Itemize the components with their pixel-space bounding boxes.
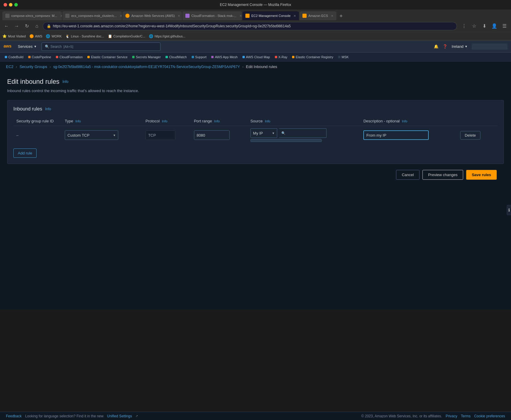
col-header-port: Port range Info — [191, 116, 247, 126]
port-info-link[interactable]: Info — [214, 119, 220, 123]
nav-bar: ← → ↻ ⌂ 🔒 https://eu-west-1.console.aws.… — [0, 20, 511, 32]
privacy-link[interactable]: Privacy — [446, 414, 457, 418]
bookmark-gist[interactable]: 🌐 https://gist.githubus... — [149, 34, 185, 38]
bookmark-compilation[interactable]: 📋 CompilationGuide/C... — [108, 34, 146, 38]
rule-port-cell — [191, 126, 247, 145]
shortcut-codebuild[interactable]: CodeBuild — [3, 55, 25, 59]
breadcrumb-sep-1: › — [16, 64, 17, 69]
codebuild-icon — [5, 56, 7, 58]
bookmark-most-visited[interactable]: ⭐ Most Visited — [2, 34, 26, 38]
bookmark-linux[interactable]: 🐧 Linux - Sunshine doc... — [65, 34, 104, 38]
breadcrumb-security-groups[interactable]: Security Groups — [20, 64, 47, 69]
page-info-link[interactable]: Info — [62, 80, 68, 84]
xray-icon — [275, 56, 277, 58]
minimize-window-button[interactable] — [9, 3, 12, 7]
bookmarks-button[interactable]: ☆ — [470, 22, 478, 30]
tab-ec2[interactable]: EC2 Management Console ✕ — [242, 11, 299, 20]
port-range-input[interactable] — [194, 130, 230, 140]
bookmark-label-3: WORK — [51, 34, 61, 38]
url-bar[interactable]: 🔒 https://eu-west-1.console.aws.amazon.c… — [43, 22, 457, 30]
reload-button[interactable]: ↻ — [23, 22, 31, 30]
close-window-button[interactable] — [4, 3, 7, 7]
tab-close-6[interactable]: ✕ — [331, 14, 333, 18]
cookie-preferences-link[interactable]: Cookie preferences — [474, 414, 505, 418]
col-header-source: Source Info — [247, 116, 360, 126]
tab-favicon-1 — [5, 14, 10, 18]
bookmark-work[interactable]: 🌐 WORK — [46, 34, 61, 38]
bookmark-icon-1: ⭐ — [2, 34, 7, 38]
bookmark-aws[interactable]: 🟠 AWS — [29, 34, 42, 38]
footer-actions: Cancel Preview changes Save rules — [7, 164, 504, 186]
shortcut-cloudformation[interactable]: CloudFormation — [54, 55, 84, 59]
shortcut-ecr[interactable]: Elastic Container Registry — [290, 55, 335, 59]
cloudformation-icon — [56, 56, 58, 58]
extensions-button[interactable]: ⋮ — [460, 22, 468, 30]
feedback-link[interactable]: Feedback — [6, 414, 22, 418]
external-link-icon: ↗ — [135, 414, 138, 418]
shortcut-appmesh[interactable]: AWS App Mesh — [209, 55, 239, 59]
home-button[interactable]: ⌂ — [33, 22, 41, 30]
shortcut-xray[interactable]: X-Ray — [273, 55, 289, 59]
new-tab-button[interactable]: + — [337, 12, 345, 20]
cancel-button[interactable]: Cancel — [396, 170, 419, 180]
rules-table: Security group rule ID Type Info Protoco… — [13, 116, 498, 144]
source-select[interactable]: My IP — [250, 128, 277, 138]
unified-settings-link[interactable]: Unified Settings — [107, 414, 132, 418]
tab-msk[interactable]: ecs_composex-msk_cluster/c... ✕ — [62, 11, 122, 20]
tab-close-1[interactable]: ✕ — [60, 14, 62, 18]
type-info-link[interactable]: Info — [75, 119, 81, 123]
shortcut-codepipeline[interactable]: CodePipeline — [26, 55, 53, 59]
lock-icon: 🔒 — [47, 24, 51, 28]
shortcut-label-xray: X-Ray — [278, 55, 288, 59]
tab-close-2[interactable]: ✕ — [120, 14, 122, 18]
shortcut-cloudmap[interactable]: AWS Cloud Map — [241, 55, 272, 59]
type-select[interactable]: Custom TCP — [65, 130, 118, 140]
profile-button[interactable]: 👤 — [490, 22, 499, 30]
preview-changes-button[interactable]: Preview changes — [422, 170, 463, 180]
account-indicator[interactable] — [472, 44, 507, 50]
forward-button[interactable]: → — [12, 22, 21, 30]
msk-icon — [338, 56, 340, 58]
shortcut-support[interactable]: Support — [190, 55, 209, 59]
window-controls[interactable] — [4, 3, 18, 7]
shortcut-ecs[interactable]: Elastic Container Service — [86, 55, 129, 59]
tab-close-3[interactable]: ✕ — [178, 14, 180, 18]
type-select-wrapper: Custom TCP ▼ — [65, 130, 118, 140]
services-menu-button[interactable]: Services ▼ — [18, 44, 37, 49]
delete-rule-button[interactable]: Delete — [460, 131, 480, 140]
tab-favicon-6 — [302, 14, 307, 18]
protocol-info-link[interactable]: Info — [162, 119, 167, 123]
downloads-button[interactable]: ⬇ — [480, 22, 488, 30]
desc-info-link[interactable]: Info — [402, 119, 407, 123]
tab-composex[interactable]: compose-x/ecs_composex: M... ✕ — [2, 11, 62, 20]
shortcut-secrets-manager[interactable]: Secrets Manager — [130, 55, 163, 59]
card-title: Inbound rules — [13, 106, 42, 112]
help-panel-toggle[interactable]: ℹ — [507, 205, 511, 215]
back-button[interactable]: ← — [2, 22, 11, 30]
breadcrumb-ec2[interactable]: EC2 — [6, 64, 13, 69]
region-selector[interactable]: Ireland ▼ — [452, 44, 468, 49]
add-rule-button[interactable]: Add rule — [13, 149, 37, 158]
shortcut-cloudwatch[interactable]: CloudWatch — [164, 55, 189, 59]
bookmark-icon-2: 🟠 — [29, 34, 34, 38]
description-input[interactable] — [363, 130, 429, 140]
breadcrumb: EC2 › Security Groups › sg-0e2f27b5bd986… — [0, 61, 511, 72]
tab-close-5[interactable]: ✕ — [294, 14, 296, 18]
aws-search-bar[interactable]: 🔍 Search [Alt+S] — [42, 42, 160, 51]
tab-aws[interactable]: Amazon Web Services (AWS) ✕ — [122, 11, 182, 20]
tab-ecs[interactable]: Amazon ECS ✕ — [299, 11, 336, 20]
notification-icon[interactable]: 🔔 — [434, 44, 439, 49]
shortcut-label-cloudmap: AWS Cloud Map — [246, 55, 270, 59]
terms-link[interactable]: Terms — [461, 414, 471, 418]
tab-cloudformation[interactable]: CloudFormation - Stack msk-... ✕ — [182, 11, 242, 20]
tab-close-4[interactable]: ✕ — [239, 14, 242, 18]
maximize-window-button[interactable] — [14, 3, 18, 7]
breadcrumb-group-id[interactable]: sg-0e2f27b5bd98614a5 - msk-conduktor-con… — [53, 65, 240, 69]
question-icon[interactable]: ❓ — [443, 44, 447, 49]
source-info-link[interactable]: Info — [265, 119, 270, 123]
save-rules-button[interactable]: Save rules — [466, 170, 497, 180]
shortcut-label-secrets: Secrets Manager — [136, 55, 161, 59]
shortcut-msk[interactable]: MSK — [336, 55, 351, 59]
card-info-link[interactable]: Info — [45, 107, 51, 111]
menu-button[interactable]: ☰ — [500, 22, 509, 30]
